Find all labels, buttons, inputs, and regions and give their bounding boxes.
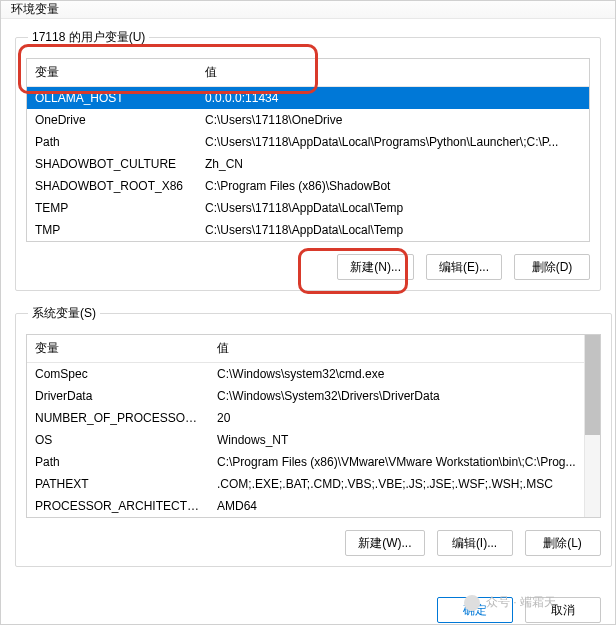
cell-var-value: C:\Users\17118\AppData\Local\Programs\Py… [197,132,589,152]
header-col-value[interactable]: 值 [197,59,589,86]
cell-var-name: ComSpec [27,364,209,384]
cell-var-name: OS [27,430,209,450]
table-row[interactable]: NUMBER_OF_PROCESSORS20 [27,407,584,429]
system-variables-legend: 系统变量(S) [28,305,100,322]
cell-var-value: C:\Windows\System32\Drivers\DriverData [209,386,584,406]
user-new-button[interactable]: 新建(N)... [337,254,414,280]
cell-var-value: Windows_NT [209,430,584,450]
cell-var-value: C:\Program Files (x86)\VMware\VMware Wor… [209,452,584,472]
cell-var-name: TEMP [27,198,197,218]
cancel-button[interactable]: 取消 [525,597,601,623]
window-title: 环境变量 [11,1,59,18]
table-row[interactable]: OSWindows_NT [27,429,584,451]
cell-var-name: Path [27,132,197,152]
cell-var-value: 20 [209,408,584,428]
system-delete-button[interactable]: 删除(L) [525,530,601,556]
grid-body: OLLAMA_HOST0.0.0.0:11434OneDriveC:\Users… [27,87,589,241]
scrollbar-vertical[interactable] [584,335,600,517]
table-row[interactable]: SHADOWBOT_ROOT_X86C:\Program Files (x86)… [27,175,589,197]
table-row[interactable]: ComSpecC:\Windows\system32\cmd.exe [27,363,584,385]
cell-var-value: Zh_CN [197,154,589,174]
cell-var-value: C:\Windows\system32\cmd.exe [209,364,584,384]
user-variables-grid[interactable]: 变量 值 OLLAMA_HOST0.0.0.0:11434OneDriveC:\… [26,58,590,242]
environment-variables-dialog: 环境变量 17118 的用户变量(U) 变量 值 OLLAMA_HOST0.0.… [0,0,616,625]
grid-header: 变量 值 [27,59,589,87]
cell-var-name: DriverData [27,386,209,406]
cell-var-name: PROCESSOR_ARCHITECTURE [27,496,209,516]
cell-var-value: .COM;.EXE;.BAT;.CMD;.VBS;.VBE;.JS;.JSE;.… [209,474,584,494]
table-row[interactable]: PROCESSOR_ARCHITECTUREAMD64 [27,495,584,517]
table-row[interactable]: TEMPC:\Users\17118\AppData\Local\Temp [27,197,589,219]
titlebar[interactable]: 环境变量 [1,1,615,19]
system-variables-group: 系统变量(S) 变量 值 ComSpecC:\Windows\system32\… [15,305,612,567]
cell-var-name: OLLAMA_HOST [27,88,197,108]
table-row[interactable]: DriverDataC:\Windows\System32\Drivers\Dr… [27,385,584,407]
header-col-value[interactable]: 值 [209,335,584,362]
dialog-footer: 确定 取消 [1,591,615,625]
cell-var-name: SHADOWBOT_CULTURE [27,154,197,174]
user-buttons-row: 新建(N)... 编辑(E)... 删除(D) [26,254,590,280]
user-variables-legend: 17118 的用户变量(U) [28,29,149,46]
scrollbar-thumb[interactable] [585,335,600,435]
cell-var-value: C:\Users\17118\AppData\Local\Temp [197,198,589,218]
cell-var-name: OneDrive [27,110,197,130]
header-col-name[interactable]: 变量 [27,335,209,362]
user-variables-group: 17118 的用户变量(U) 变量 值 OLLAMA_HOST0.0.0.0:1… [15,29,601,291]
cell-var-value: C:\Program Files (x86)\ShadowBot [197,176,589,196]
system-variables-grid[interactable]: 变量 值 ComSpecC:\Windows\system32\cmd.exeD… [26,334,601,518]
grid-header: 变量 值 [27,335,584,363]
cell-var-value: C:\Users\17118\AppData\Local\Temp [197,220,589,240]
cell-var-name: Path [27,452,209,472]
grid-body: ComSpecC:\Windows\system32\cmd.exeDriver… [27,363,584,517]
cell-var-name: NUMBER_OF_PROCESSORS [27,408,209,428]
ok-button[interactable]: 确定 [437,597,513,623]
table-row[interactable]: TMPC:\Users\17118\AppData\Local\Temp [27,219,589,241]
client-area: 17118 的用户变量(U) 变量 值 OLLAMA_HOST0.0.0.0:1… [1,19,615,591]
system-edit-button[interactable]: 编辑(I)... [437,530,513,556]
table-row[interactable]: PATHEXT.COM;.EXE;.BAT;.CMD;.VBS;.VBE;.JS… [27,473,584,495]
cell-var-name: TMP [27,220,197,240]
system-buttons-row: 新建(W)... 编辑(I)... 删除(L) [26,530,601,556]
cell-var-name: PATHEXT [27,474,209,494]
user-edit-button[interactable]: 编辑(E)... [426,254,502,280]
cell-var-value: AMD64 [209,496,584,516]
table-row[interactable]: OLLAMA_HOST0.0.0.0:11434 [27,87,589,109]
table-row[interactable]: SHADOWBOT_CULTUREZh_CN [27,153,589,175]
cell-var-value: 0.0.0.0:11434 [197,88,589,108]
cell-var-value: C:\Users\17118\OneDrive [197,110,589,130]
user-delete-button[interactable]: 删除(D) [514,254,590,280]
table-row[interactable]: PathC:\Program Files (x86)\VMware\VMware… [27,451,584,473]
cell-var-name: SHADOWBOT_ROOT_X86 [27,176,197,196]
header-col-name[interactable]: 变量 [27,59,197,86]
table-row[interactable]: PathC:\Users\17118\AppData\Local\Program… [27,131,589,153]
table-row[interactable]: OneDriveC:\Users\17118\OneDrive [27,109,589,131]
system-new-button[interactable]: 新建(W)... [345,530,424,556]
